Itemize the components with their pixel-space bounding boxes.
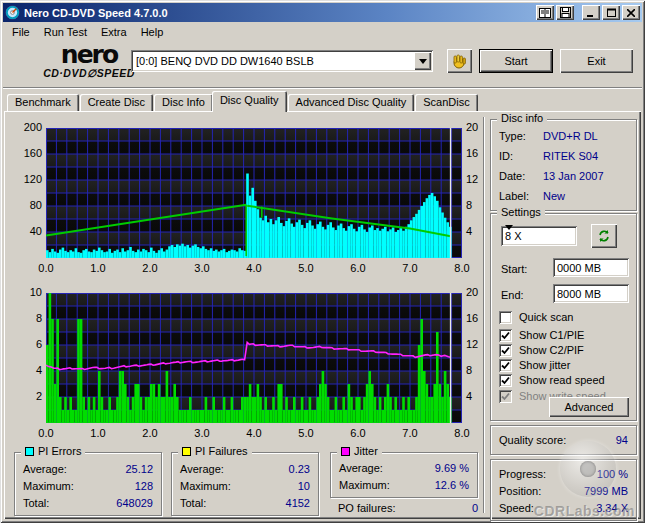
start-button[interactable]: Start <box>479 49 553 73</box>
scan-speed-select[interactable]: 8 X <box>501 226 577 246</box>
show-c1-pie-checkbox[interactable]: Show C1/PIE <box>499 328 584 342</box>
refresh-button[interactable] <box>591 224 617 248</box>
axis-tick-label: 8.0 <box>447 262 477 274</box>
disc-info-label: Date: <box>499 170 525 184</box>
checkbox-icon <box>499 329 512 342</box>
axis-tick-label: 2.0 <box>135 262 165 274</box>
advanced-button-label: Advanced <box>565 401 614 413</box>
disc-quality-page: 2001601208040201612840.01.02.03.04.05.06… <box>4 111 641 519</box>
stat-value: 25.12 <box>125 463 153 477</box>
drive-selector-dropdown-button[interactable] <box>414 52 431 70</box>
book-icon <box>539 8 551 18</box>
scan-speed-dropdown-button[interactable] <box>505 230 513 242</box>
axis-tick-label: 7.0 <box>395 262 425 274</box>
axis-tick-label: 12 <box>466 338 478 350</box>
axis-tick-label: 20 <box>466 121 478 133</box>
eject-button[interactable] <box>447 49 472 73</box>
save-icon <box>560 7 571 18</box>
axis-tick-label: 8 <box>466 199 472 211</box>
disc-type-value: DVD+R DL <box>543 130 598 142</box>
checkbox-icon <box>499 374 512 387</box>
axis-tick-label: 2.0 <box>135 427 165 439</box>
end-field-label: End: <box>501 289 524 301</box>
stat-value: 9.69 % <box>435 462 469 476</box>
jitter-stats-box: Jitter Average:9.69 % Maximum:12.6 % <box>330 452 478 498</box>
tab-benchmark[interactable]: Benchmark <box>7 94 79 112</box>
jitter-swatch-icon <box>341 447 350 456</box>
axis-tick-label: 6.0 <box>343 262 373 274</box>
pi-failures-legend-label: PI Failures <box>195 445 248 457</box>
stat-label: Maximum: <box>23 480 74 494</box>
axis-tick-label: 10 <box>8 286 42 298</box>
stat-label: Average: <box>180 463 224 477</box>
drive-selector[interactable]: [0:0] BENQ DVD DD DW1640 BSLB <box>131 50 433 72</box>
start-position-input[interactable]: 0000 MB <box>553 258 629 277</box>
disc-id-value: RITEK S04 <box>543 150 598 162</box>
report-button[interactable] <box>536 5 554 20</box>
axis-tick-label: 4.0 <box>239 262 269 274</box>
show-jitter-checkbox[interactable]: Show jitter <box>499 358 570 372</box>
stat-value: 0.23 <box>289 463 310 477</box>
tab-disc-info[interactable]: Disc Info <box>154 94 213 112</box>
watermark-disc-hole <box>580 461 596 477</box>
checkbox-label: Quick scan <box>519 311 573 323</box>
settings-box: Settings 8 X Start: 0000 MB End: 8000 MB… <box>490 213 637 421</box>
checkbox-label: Show jitter <box>519 359 570 371</box>
tab-disc-quality[interactable]: Disc Quality <box>212 91 287 112</box>
close-icon <box>627 9 635 17</box>
disc-info-label: ID: <box>499 150 513 164</box>
axis-tick-label: 12 <box>466 173 478 185</box>
toolbar: nero CD·DVD∅SPEED [0:0] BENQ DVD DD DW16… <box>3 41 642 88</box>
jitter-legend-label: Jitter <box>354 445 378 457</box>
checkbox-icon <box>499 344 512 357</box>
checkbox-label: Show C1/PIE <box>519 329 584 341</box>
show-c2-pif-checkbox[interactable]: Show C2/PIF <box>499 343 584 357</box>
axis-tick-label: 0.0 <box>31 262 61 274</box>
tab-create-disc[interactable]: Create Disc <box>80 94 153 112</box>
end-position-input[interactable]: 8000 MB <box>553 284 629 303</box>
exit-button[interactable]: Exit <box>560 49 633 73</box>
axis-tick-label: 80 <box>8 199 42 211</box>
drive-selector-value: [0:0] BENQ DVD DD DW1640 BSLB <box>136 55 314 67</box>
stat-label: Total: <box>180 497 206 511</box>
axis-tick-label: 8 <box>466 364 472 376</box>
pi-errors-chart <box>46 128 462 258</box>
axis-tick-label: 2 <box>8 390 42 402</box>
advanced-button[interactable]: Advanced <box>549 397 629 417</box>
pi_failures_chart-svg <box>46 293 462 423</box>
pi-failures-swatch-icon <box>182 447 191 456</box>
panel-divider <box>483 117 485 513</box>
tab-advanced-disc-quality[interactable]: Advanced Disc Quality <box>288 94 415 112</box>
axis-tick-label: 4.0 <box>239 427 269 439</box>
progress-label: Progress: <box>499 468 546 482</box>
pi-failures-stats-box: PI Failures Average:0.23 Maximum:10 Tota… <box>171 452 319 516</box>
toolbar-separator <box>3 87 642 89</box>
stat-value: 648029 <box>116 497 153 511</box>
axis-tick-label: 200 <box>8 121 42 133</box>
menu-bar: File Run Test Extra Help <box>3 22 642 41</box>
end-position-value: 8000 MB <box>557 288 601 300</box>
pi-errors-stats-box: PI Errors Average:25.12 Maximum:128 Tota… <box>14 452 162 516</box>
save-button[interactable] <box>556 5 574 20</box>
disc-info-label: Type: <box>499 130 526 144</box>
quick-scan-checkbox[interactable]: Quick scan <box>499 310 573 324</box>
start-field-label: Start: <box>501 263 527 275</box>
menu-help[interactable]: Help <box>134 24 171 40</box>
chevron-down-icon <box>505 225 513 242</box>
quality-score-value: 94 <box>616 434 628 448</box>
axis-tick-label: 1.0 <box>83 427 113 439</box>
minimize-button[interactable] <box>582 5 600 20</box>
menu-extra[interactable]: Extra <box>94 24 134 40</box>
menu-file[interactable]: File <box>5 24 37 40</box>
maximize-button[interactable] <box>602 5 620 20</box>
close-button[interactable] <box>622 5 640 20</box>
hand-icon <box>451 53 468 70</box>
tab-scandisc[interactable]: ScanDisc <box>415 94 477 112</box>
title-bar[interactable]: Nero CD-DVD Speed 4.7.0.0 <box>3 3 642 22</box>
axis-tick-label: 6 <box>8 338 42 350</box>
maximize-icon <box>607 8 616 17</box>
axis-tick-label: 40 <box>8 225 42 237</box>
axis-tick-label: 4 <box>466 225 472 237</box>
menu-run-test[interactable]: Run Test <box>37 24 94 40</box>
show-read-speed-checkbox[interactable]: Show read speed <box>499 373 605 387</box>
